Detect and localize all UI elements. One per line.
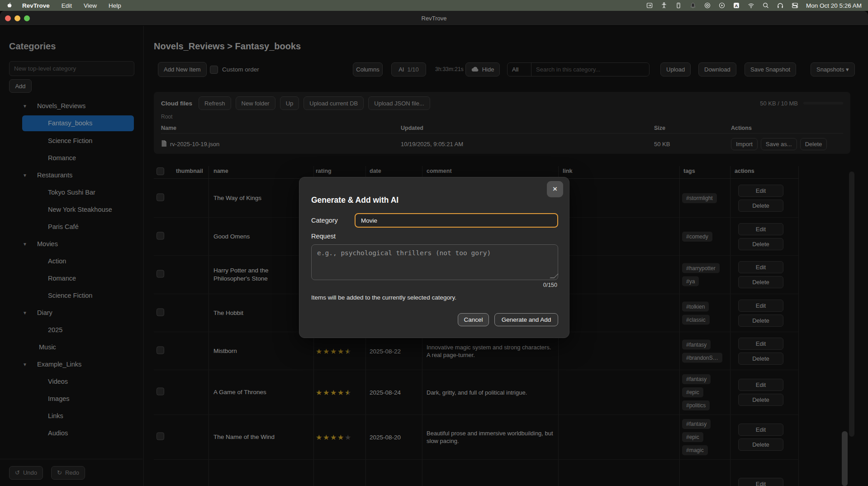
menu-view[interactable]: View <box>84 2 97 9</box>
display-mirroring-icon[interactable] <box>646 2 653 9</box>
headphones-icon[interactable] <box>777 2 784 9</box>
screen: RevTrove Edit View Help A Mon Oct 20 5:2… <box>0 0 868 486</box>
app-window: RevTrove Categories Add ▼Novels_ReviewsF… <box>0 11 868 486</box>
keyboard-input-icon[interactable]: A <box>733 2 740 9</box>
request-label: Request <box>311 233 336 240</box>
title-bar: RevTrove <box>0 11 868 26</box>
apple-menu-icon[interactable] <box>6 2 13 9</box>
play-circle-icon[interactable] <box>718 2 726 9</box>
char-counter: 0/150 <box>543 282 557 288</box>
modal-close-button[interactable]: × <box>547 181 563 197</box>
generate-and-add-button[interactable]: Generate and Add <box>494 313 558 326</box>
menu-bar: RevTrove Edit View Help A Mon Oct 20 5:2… <box>0 0 868 11</box>
control-center-icon[interactable] <box>791 2 799 9</box>
menu-help[interactable]: Help <box>109 2 121 9</box>
notification-bell-icon[interactable] <box>689 2 697 9</box>
category-label: Category <box>311 217 338 224</box>
spotlight-search-icon[interactable] <box>762 2 769 9</box>
menu-clock[interactable]: Mon Oct 20 5:26 AM <box>806 2 862 9</box>
ai-generate-modal: × Generate & Add with AI Category Reques… <box>299 177 569 338</box>
cancel-button[interactable]: Cancel <box>458 313 489 326</box>
battery-icon[interactable] <box>675 2 682 9</box>
accessibility-icon[interactable] <box>660 2 668 9</box>
wifi-icon[interactable] <box>747 2 755 9</box>
app-content: Categories Add ▼Novels_ReviewsFantasy_bo… <box>0 26 868 486</box>
modal-note: Items will be added to the currently sel… <box>311 294 456 301</box>
record-circle-icon[interactable] <box>704 2 711 9</box>
window-title: RevTrove <box>0 11 868 26</box>
menu-edit[interactable]: Edit <box>62 2 72 9</box>
category-input[interactable] <box>355 213 558 228</box>
request-textarea[interactable] <box>311 244 558 280</box>
svg-text:A: A <box>735 3 738 8</box>
modal-title: Generate & Add with AI <box>311 195 398 205</box>
menu-app-name[interactable]: RevTrove <box>22 2 50 9</box>
